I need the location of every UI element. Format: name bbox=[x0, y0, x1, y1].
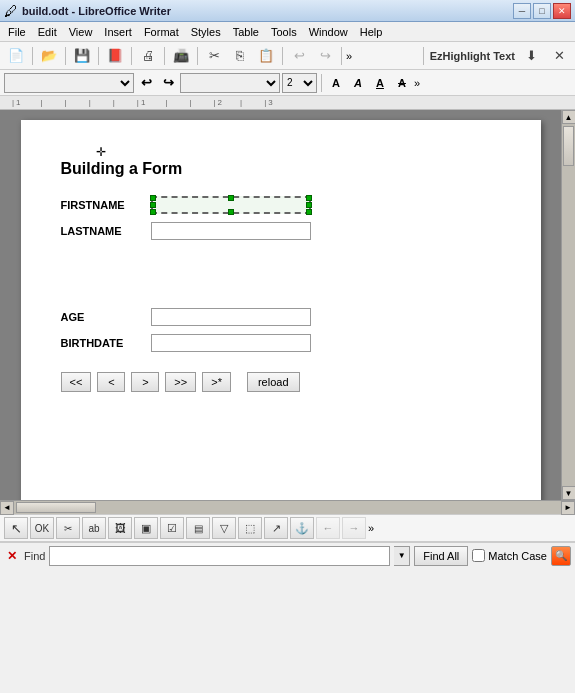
hscroll-thumb[interactable] bbox=[16, 502, 96, 513]
find-bar: ✕ Find ▼ Find All Match Case 🔍 bbox=[0, 542, 575, 568]
firstname-field-wrapper[interactable] bbox=[151, 196, 311, 214]
cut-button[interactable]: ✂ bbox=[202, 45, 226, 67]
nav-section: << < > >> >* reload bbox=[61, 372, 501, 392]
match-case-label: Match Case bbox=[488, 550, 547, 562]
more-icon[interactable]: » bbox=[368, 522, 374, 534]
window-controls: ─ □ ✕ bbox=[513, 3, 571, 19]
bold-button[interactable]: A bbox=[326, 73, 346, 93]
save-button[interactable]: 💾 bbox=[70, 45, 94, 67]
combobox-button[interactable]: ▽ bbox=[212, 517, 236, 539]
hscroll-track[interactable] bbox=[14, 501, 561, 514]
new-button[interactable]: 📄 bbox=[4, 45, 28, 67]
menu-file[interactable]: File bbox=[2, 24, 32, 40]
form-controls-toolbar: ↖ OK ✂ ab 🖼 ▣ ☑ ▤ ▽ ⬚ ↗ ⚓ ← → » bbox=[0, 514, 575, 542]
strikethrough-button[interactable]: A bbox=[392, 73, 412, 93]
font-undo-button[interactable]: ↩ bbox=[136, 73, 156, 93]
handle-mr[interactable] bbox=[306, 202, 312, 208]
find-input[interactable] bbox=[49, 546, 390, 566]
handle-tl[interactable] bbox=[150, 195, 156, 201]
listbox-button[interactable]: ▤ bbox=[186, 517, 210, 539]
menu-window[interactable]: Window bbox=[303, 24, 354, 40]
handle-bc[interactable] bbox=[228, 209, 234, 215]
find-dropdown-button[interactable]: ▼ bbox=[394, 546, 410, 566]
firstname-field[interactable] bbox=[151, 196, 311, 214]
menu-help[interactable]: Help bbox=[354, 24, 389, 40]
size-select[interactable]: 2 bbox=[282, 73, 317, 93]
age-row: AGE bbox=[61, 308, 501, 326]
handle-tr[interactable] bbox=[306, 195, 312, 201]
menu-styles[interactable]: Styles bbox=[185, 24, 227, 40]
font-select[interactable] bbox=[4, 73, 134, 93]
scroll-track[interactable] bbox=[562, 124, 575, 486]
italic-button[interactable]: A bbox=[348, 73, 368, 93]
handle-ml[interactable] bbox=[150, 202, 156, 208]
select-pointer-button[interactable]: ↖ bbox=[4, 517, 28, 539]
nav-prev-button[interactable]: < bbox=[97, 372, 125, 392]
toolbar-more-icon[interactable]: » bbox=[346, 50, 352, 62]
print-button[interactable]: 🖨 bbox=[136, 45, 160, 67]
fax-button[interactable]: 📠 bbox=[169, 45, 193, 67]
maximize-button[interactable]: □ bbox=[533, 3, 551, 19]
birthdate-row: BIRTHDATE bbox=[61, 334, 501, 352]
handle-bl[interactable] bbox=[150, 209, 156, 215]
image-button[interactable]: 🖼 bbox=[108, 517, 132, 539]
minimize-button[interactable]: ─ bbox=[513, 3, 531, 19]
selection-frame-button[interactable]: ⬚ bbox=[238, 517, 262, 539]
match-case-checkbox[interactable] bbox=[472, 549, 485, 562]
checkbox-button[interactable]: ☑ bbox=[160, 517, 184, 539]
scroll-right-button[interactable]: ► bbox=[561, 501, 575, 515]
find-close-button[interactable]: ✕ bbox=[4, 548, 20, 564]
redo-button[interactable]: ↪ bbox=[313, 45, 337, 67]
lastname-field[interactable] bbox=[151, 222, 311, 240]
menu-table[interactable]: Table bbox=[227, 24, 265, 40]
menu-view[interactable]: View bbox=[63, 24, 99, 40]
pdf-button[interactable]: 📕 bbox=[103, 45, 127, 67]
design-mode-button[interactable]: OK bbox=[30, 517, 54, 539]
close-button[interactable]: ✕ bbox=[553, 3, 571, 19]
birthdate-field[interactable] bbox=[151, 334, 311, 352]
vertical-scrollbar[interactable]: ▲ ▼ bbox=[561, 110, 575, 500]
nav-first-button[interactable]: << bbox=[61, 372, 92, 392]
control-wizard-button[interactable]: ✂ bbox=[56, 517, 80, 539]
menu-tools[interactable]: Tools bbox=[265, 24, 303, 40]
find-label: Find bbox=[24, 550, 45, 562]
document-scroll-area[interactable]: ✛ Building a Form FIRSTNAME bbox=[0, 110, 561, 500]
birthdate-label: BIRTHDATE bbox=[61, 337, 151, 349]
find-search-button[interactable]: 🔍 bbox=[551, 546, 571, 566]
age-field[interactable] bbox=[151, 308, 311, 326]
reload-button[interactable]: reload bbox=[247, 372, 300, 392]
anchor-button[interactable]: ⚓ bbox=[290, 517, 314, 539]
nav-end-button[interactable]: >* bbox=[202, 372, 231, 392]
nav-last-button[interactable]: >> bbox=[165, 372, 196, 392]
menu-insert[interactable]: Insert bbox=[98, 24, 138, 40]
copy-button[interactable]: ⎘ bbox=[228, 45, 252, 67]
handle-br[interactable] bbox=[306, 209, 312, 215]
ez-highlight-label: EzHighlight Text bbox=[430, 50, 515, 62]
menu-format[interactable]: Format bbox=[138, 24, 185, 40]
horizontal-scrollbar[interactable]: ◄ ► bbox=[0, 500, 575, 514]
scroll-left-button[interactable]: ◄ bbox=[0, 501, 14, 515]
nav-next-button[interactable]: > bbox=[131, 372, 159, 392]
style-select[interactable] bbox=[180, 73, 280, 93]
groupbox-button[interactable]: ▣ bbox=[134, 517, 158, 539]
handle-tc[interactable] bbox=[228, 195, 234, 201]
underline-button[interactable]: A bbox=[370, 73, 390, 93]
paste-button[interactable]: 📋 bbox=[254, 45, 278, 67]
tab-order-right-button[interactable]: → bbox=[342, 517, 366, 539]
close-panel-icon[interactable]: ✕ bbox=[547, 45, 571, 67]
open-button[interactable]: 📂 bbox=[37, 45, 61, 67]
more-controls-button[interactable]: ↗ bbox=[264, 517, 288, 539]
menu-edit[interactable]: Edit bbox=[32, 24, 63, 40]
textbox-button[interactable]: ab bbox=[82, 517, 106, 539]
tab-order-left-button[interactable]: ← bbox=[316, 517, 340, 539]
firstname-row: FIRSTNAME bbox=[61, 196, 501, 214]
format-toolbar-more-icon[interactable]: » bbox=[414, 77, 420, 89]
font-redo-button[interactable]: ↪ bbox=[158, 73, 178, 93]
scroll-thumb[interactable] bbox=[563, 126, 574, 166]
cursor-indicator: ✛ bbox=[96, 145, 106, 159]
download-icon[interactable]: ⬇ bbox=[519, 45, 543, 67]
scroll-down-button[interactable]: ▼ bbox=[562, 486, 576, 500]
undo-button[interactable]: ↩ bbox=[287, 45, 311, 67]
scroll-up-button[interactable]: ▲ bbox=[562, 110, 576, 124]
find-all-button[interactable]: Find All bbox=[414, 546, 468, 566]
